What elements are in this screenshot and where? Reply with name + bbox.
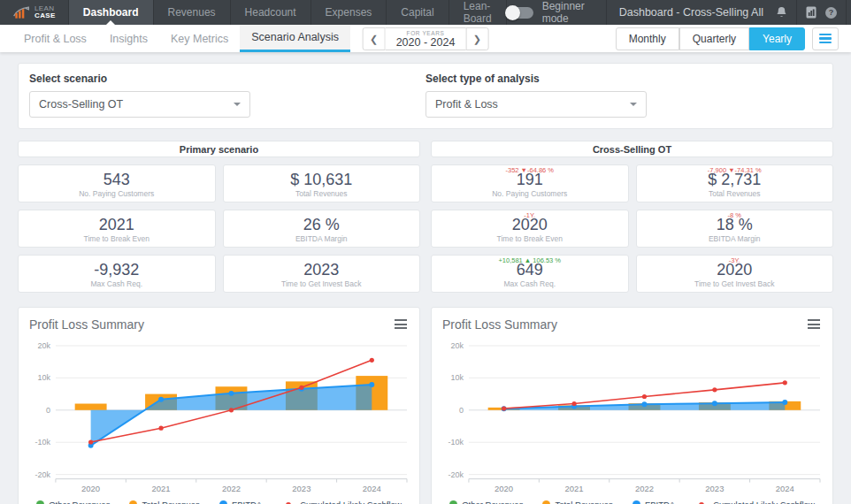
primary-chart-card: Profit Loss Summary 20k10k0-10k-20k20202… xyxy=(18,307,420,504)
legend-total-revenues[interactable]: Total Revenues xyxy=(542,500,612,504)
svg-text:2021: 2021 xyxy=(565,484,584,493)
scenario-select-value: Cross-Selling OT xyxy=(39,98,123,111)
help-icon[interactable]: ? xyxy=(825,5,837,19)
svg-text:-20k: -20k xyxy=(448,470,464,479)
analysis-select[interactable]: Profit & Loss xyxy=(426,91,647,118)
view-label: Quarterly xyxy=(693,33,736,45)
hamburger-menu-button[interactable] xyxy=(812,27,839,50)
view-label: Monthly xyxy=(629,33,666,45)
kpi-delta: -7,900 ▼-74.31 % xyxy=(708,167,762,174)
svg-text:0: 0 xyxy=(459,406,464,415)
nav-item-dashboard[interactable]: Dashboard xyxy=(68,0,153,25)
legend-label: Total Revenues xyxy=(142,500,199,504)
beginner-mode-toggle[interactable] xyxy=(507,7,533,19)
kpi-break-even: 2021 Time to Break Even xyxy=(18,210,216,248)
legend-cumulated-cashflow[interactable]: Cumulated Likely Cashflow xyxy=(694,500,815,504)
divider xyxy=(606,0,607,25)
scenario-select[interactable]: Cross-Selling OT xyxy=(29,91,250,118)
nav-label: Headcount xyxy=(245,6,296,19)
legend-ebitda[interactable]: EBITDA xyxy=(219,500,262,504)
chart-legend: Other Revenues Total Revenues EBITDA Cum… xyxy=(19,498,419,504)
kpi-ebitda-margin: -8 % 18 % EBITDA Margin xyxy=(636,210,834,248)
legend-label: Cumulated Likely Cashflow xyxy=(713,500,815,504)
kpi-delta: -352 ▼-64.86 % xyxy=(505,167,554,174)
comparison-kpi-grid: -352 ▼-64.86 % 191 No. Paying Customers … xyxy=(431,164,833,293)
legend-label: Cumulated Likely Cashflow xyxy=(300,500,402,504)
beginner-mode-label: Beginner mode xyxy=(542,0,597,25)
nav-item-expenses[interactable]: Expenses xyxy=(310,0,387,25)
svg-text:10k: 10k xyxy=(37,373,50,382)
legend-label: Total Revenues xyxy=(555,500,612,504)
logo-chart-icon xyxy=(12,5,30,19)
nav-item-headcount[interactable]: Headcount xyxy=(230,0,310,25)
svg-text:2020: 2020 xyxy=(494,484,513,493)
tab-label: Insights xyxy=(110,33,148,45)
chart-menu-icon[interactable] xyxy=(806,317,822,331)
chart-title: Profit Loss Summary xyxy=(29,317,144,332)
quarterly-button[interactable]: Quarterly xyxy=(679,27,749,50)
nav-item-capital[interactable]: Capital xyxy=(386,0,448,25)
dashboard-context-label[interactable]: Dashboard - Cross-Selling All xyxy=(616,6,767,19)
legend-other-revenues[interactable]: Other Revenues xyxy=(449,500,523,504)
legend-dot-icon xyxy=(129,500,137,504)
legend-cumulated-cashflow[interactable]: Cumulated Likely Cashflow xyxy=(281,500,402,504)
svg-text:10k: 10k xyxy=(450,373,464,382)
legend-dot-icon xyxy=(36,500,44,504)
svg-text:-20k: -20k xyxy=(34,470,50,479)
monthly-button[interactable]: Monthly xyxy=(616,27,679,50)
kpi-paying-customers: 543 No. Paying Customers xyxy=(18,164,216,202)
divider xyxy=(846,0,847,25)
scenario-filter-label: Select scenario xyxy=(29,73,426,85)
toggle-knob xyxy=(505,5,520,20)
yearly-button[interactable]: Yearly xyxy=(749,27,805,50)
year-range-box: FOR YEARS 2020 - 2024 xyxy=(386,27,466,50)
top-bar: LEAN CASE Dashboard Revenues Headcount E… xyxy=(0,0,851,25)
logo-text: LEAN CASE xyxy=(34,5,56,19)
main-nav: Dashboard Revenues Headcount Expenses Ca… xyxy=(68,0,507,25)
legend-label: Other Revenues xyxy=(462,500,523,504)
legend-total-revenues[interactable]: Total Revenues xyxy=(129,500,199,504)
comparison-chart-card: Profit Loss Summary 20k10k0-10k-20k20202… xyxy=(431,307,833,504)
svg-text:-10k: -10k xyxy=(448,438,464,447)
kpi-label: Max Cash Req. xyxy=(503,279,556,288)
filter-panel: Select scenario Cross-Selling OT Select … xyxy=(18,63,833,129)
app-logo[interactable]: LEAN CASE xyxy=(0,0,68,25)
chart-menu-icon[interactable] xyxy=(393,317,409,331)
next-year-button[interactable]: ❯ xyxy=(465,27,488,50)
tab-scenario-analysis[interactable]: Scenario Analysis xyxy=(240,25,350,52)
view-label: Yearly xyxy=(763,33,792,45)
legend-other-revenues[interactable]: Other Revenues xyxy=(36,500,110,504)
primary-scenario-header: Primary scenario xyxy=(18,141,420,157)
tab-profit-loss[interactable]: Profit & Loss xyxy=(12,25,98,52)
scenario-filter: Select scenario Cross-Selling OT xyxy=(29,73,426,118)
kpi-value: 2021 xyxy=(99,216,134,233)
tab-key-metrics[interactable]: Key Metrics xyxy=(159,25,240,52)
legend-label: EBITDA xyxy=(645,500,675,504)
nav-label: Capital xyxy=(401,6,433,19)
nav-item-revenues[interactable]: Revenues xyxy=(153,0,230,25)
kpi-delta: -8 % xyxy=(728,212,741,219)
tab-label: Profit & Loss xyxy=(24,33,87,45)
kpi-max-cash-req: +10,581 ▲ 106.53 % 649 Max Cash Req. xyxy=(431,255,629,293)
legend-dot-icon xyxy=(449,500,457,504)
kpi-invest-back: 2023 Time to Get Invest Back xyxy=(223,255,421,293)
main-content: Select scenario Cross-Selling OT Select … xyxy=(0,52,851,504)
tab-insights[interactable]: Insights xyxy=(98,25,159,52)
sub-nav: Profit & Loss Insights Key Metrics Scena… xyxy=(0,25,851,52)
svg-text:2023: 2023 xyxy=(705,484,724,493)
svg-text:20k: 20k xyxy=(450,341,464,350)
prev-year-button[interactable]: ❮ xyxy=(363,27,386,50)
topbar-right: Beginner mode Dashboard - Cross-Selling … xyxy=(507,0,851,25)
nav-item-lean-board[interactable]: Lean-Board xyxy=(448,0,507,25)
report-icon[interactable] xyxy=(806,5,816,19)
nav-label: Expenses xyxy=(326,6,372,19)
year-range: 2020 - 2024 xyxy=(396,36,456,49)
kpi-label: Time to Break Even xyxy=(84,234,150,243)
kpi-label: Time to Get Invest Back xyxy=(281,279,361,288)
kpi-paying-customers: -352 ▼-64.86 % 191 No. Paying Customers xyxy=(431,164,629,202)
page-tabs: Profit & Loss Insights Key Metrics Scena… xyxy=(0,25,350,52)
bell-icon[interactable] xyxy=(776,5,787,19)
legend-dot-icon xyxy=(632,500,640,504)
comparison-scenario-header: Cross-Selling OT xyxy=(431,141,833,157)
legend-ebitda[interactable]: EBITDA xyxy=(632,500,675,504)
